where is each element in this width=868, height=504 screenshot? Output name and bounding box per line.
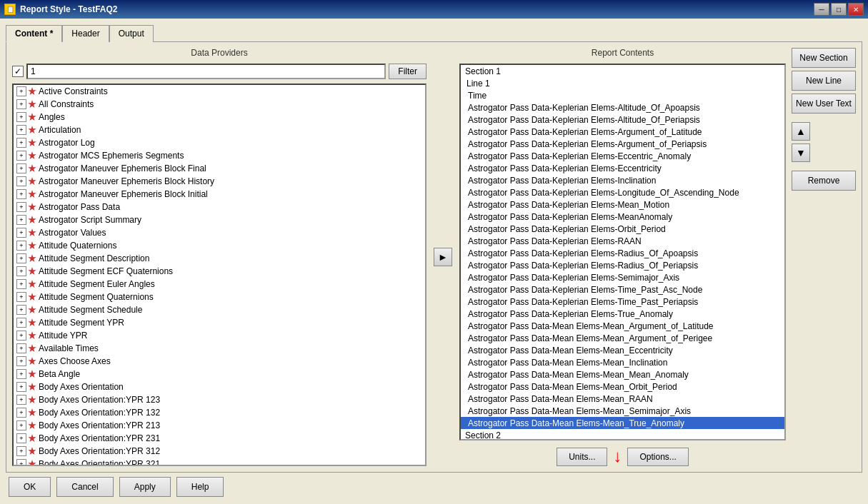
move-up-button[interactable]: ▲ [792, 122, 810, 141]
report-item[interactable]: Astrogator Pass Data-Mean Elems-Mean_Arg… [461, 320, 784, 332]
provider-item[interactable]: +Body Axes Orientation:YPR 213 [14, 419, 425, 432]
new-line-button[interactable]: New Line [792, 71, 856, 91]
options-button[interactable]: Options... [627, 448, 688, 466]
report-item[interactable]: Astrogator Pass Data-Keplerian Elems-Ecc… [461, 162, 784, 174]
tab-content[interactable]: Content * [6, 25, 62, 42]
report-contents-list[interactable]: Section 1Line 1TimeAstrogator Pass Data-… [459, 64, 786, 440]
provider-item[interactable]: +All Constraints [14, 98, 425, 111]
provider-item[interactable]: +Attitude Quaternions [14, 239, 425, 252]
provider-item[interactable]: +Axes Choose Axes [14, 355, 425, 368]
report-item[interactable]: Astrogator Pass Data-Keplerian Elems-Mea… [461, 198, 784, 211]
providers-list[interactable]: +Active Constraints+All Constraints+Angl… [12, 84, 426, 466]
provider-item[interactable]: +Body Axes Orientation:YPR 231 [14, 432, 425, 445]
provider-item[interactable]: +Beta Angle [14, 368, 425, 380]
add-button[interactable]: ► [434, 248, 452, 266]
provider-item[interactable]: +Body Axes Orientation:YPR 312 [14, 445, 425, 458]
provider-item[interactable]: +Attitude Segment YPR [14, 316, 425, 329]
filter-button[interactable]: Filter [389, 64, 426, 79]
apply-button[interactable]: Apply [119, 477, 171, 497]
report-item[interactable]: Astrogator Pass Data-Keplerian Elems-Orb… [461, 223, 784, 235]
move-down-button[interactable]: ▼ [792, 143, 810, 162]
help-button[interactable]: Help [176, 477, 224, 497]
provider-item[interactable]: +Attitude Segment Schedule [14, 303, 425, 316]
provider-item[interactable]: +Attitude Segment ECF Quaternions [14, 265, 425, 278]
report-item[interactable]: Astrogator Pass Data-Keplerian Elems-Rad… [461, 259, 784, 271]
report-item[interactable]: Astrogator Pass Data-Keplerian Elems-Arg… [461, 126, 784, 138]
provider-item[interactable]: +Astrogator Values [14, 226, 425, 239]
provider-item[interactable]: +Astrogator Pass Data [14, 201, 425, 213]
report-item[interactable]: Astrogator Pass Data-Keplerian Elems-Mea… [461, 211, 784, 223]
right-panel: Report Contents Section 1Line 1TimeAstro… [459, 48, 856, 466]
tab-header[interactable]: Header [62, 25, 109, 42]
report-item[interactable]: Astrogator Pass Data-Mean Elems-Mean_Mea… [461, 368, 784, 380]
provider-item[interactable]: +Active Constraints [14, 85, 425, 98]
tab-output[interactable]: Output [109, 25, 154, 42]
provider-item[interactable]: +Body Axes Orientation:YPR 321 [14, 458, 425, 466]
units-button[interactable]: Units... [557, 448, 607, 466]
report-item[interactable]: Astrogator Pass Data-Keplerian Elems-Lon… [461, 186, 784, 198]
report-item[interactable]: Astrogator Pass Data-Keplerian Elems-Alt… [461, 101, 784, 114]
provider-item[interactable]: +Attitude YPR [14, 329, 425, 342]
bottom-left-buttons: OK Cancel Apply Help [9, 477, 224, 497]
provider-item[interactable]: +Astrogator Script Summary [14, 213, 425, 226]
report-item[interactable]: Time [461, 89, 784, 101]
search-input[interactable] [26, 64, 386, 79]
report-item[interactable]: Astrogator Pass Data-Keplerian Elems-Rad… [461, 247, 784, 259]
provider-item[interactable]: +Astrogator Maneuver Ephemeris Block Fin… [14, 162, 425, 175]
report-item[interactable]: Astrogator Pass Data-Mean Elems-Mean_Arg… [461, 332, 784, 344]
provider-item[interactable]: +Astrogator Maneuver Ephemeris Block His… [14, 175, 425, 188]
main-container: Content * Header Output Data Providers ✓… [0, 19, 868, 504]
ok-button[interactable]: OK [9, 477, 51, 497]
content-area: Data Providers ✓ Filter +Active Constrai… [6, 41, 862, 473]
report-item[interactable]: Astrogator Pass Data-Keplerian Elems-Inc… [461, 174, 784, 186]
provider-item[interactable]: +Astrogator Maneuver Ephemeris Block Ini… [14, 188, 425, 201]
data-providers-panel: Data Providers ✓ Filter +Active Constrai… [12, 48, 426, 466]
maximize-button[interactable]: □ [831, 3, 847, 16]
remove-button[interactable]: Remove [792, 171, 856, 191]
window-title: Report Style - TestFAQ2 [20, 4, 117, 14]
report-item[interactable]: Astrogator Pass Data-Keplerian Elems-Tim… [461, 283, 784, 296]
report-item[interactable]: Astrogator Pass Data-Keplerian Elems-RAA… [461, 235, 784, 247]
search-checkbox[interactable]: ✓ [12, 66, 24, 77]
report-item[interactable]: Section 1 [461, 65, 784, 77]
report-item[interactable]: Astrogator Pass Data-Mean Elems-Mean_Inc… [461, 356, 784, 368]
bottom-row: OK Cancel Apply Help [3, 473, 865, 501]
provider-item[interactable]: +Attitude Segment Euler Angles [14, 278, 425, 291]
minimize-button[interactable]: ─ [814, 3, 829, 16]
report-item[interactable]: Astrogator Pass Data-Mean Elems-Mean_Ecc… [461, 344, 784, 356]
report-item[interactable]: Section 2 [461, 429, 784, 440]
provider-item[interactable]: +Astrogator Log [14, 136, 425, 149]
report-item[interactable]: Astrogator Pass Data-Keplerian Elems-Alt… [461, 114, 784, 126]
report-item[interactable]: Astrogator Pass Data-Keplerian Elems-Arg… [461, 138, 784, 150]
new-user-text-button[interactable]: New User Text [792, 94, 856, 114]
provider-item[interactable]: +Articulation [14, 124, 425, 136]
provider-item[interactable]: +Astrogator MCS Ephemeris Segments [14, 149, 425, 162]
report-item[interactable]: Astrogator Pass Data-Keplerian Elems-Tim… [461, 296, 784, 308]
cancel-button[interactable]: Cancel [56, 477, 113, 497]
report-item[interactable]: Astrogator Pass Data-Keplerian Elems-Tru… [461, 308, 784, 320]
tabs-row: Content * Header Output [3, 21, 865, 41]
title-bar: 📋 Report Style - TestFAQ2 ─ □ ✕ [0, 0, 868, 19]
report-item[interactable]: Astrogator Pass Data-Keplerian Elems-Ecc… [461, 150, 784, 162]
provider-item[interactable]: +Body Axes Orientation [14, 380, 425, 393]
report-item[interactable]: Astrogator Pass Data-Mean Elems-Mean_Orb… [461, 380, 784, 393]
provider-item[interactable]: +Attitude Segment Description [14, 252, 425, 265]
new-section-button[interactable]: New Section [792, 48, 856, 68]
report-item[interactable]: Line 1 [461, 77, 784, 89]
report-item[interactable]: Astrogator Pass Data-Mean Elems-Mean_RAA… [461, 393, 784, 405]
provider-item[interactable]: +Attitude Segment Quaternions [14, 291, 425, 303]
add-section: ► [432, 48, 454, 466]
app-icon: 📋 [4, 4, 16, 15]
provider-item[interactable]: +Angles [14, 111, 425, 124]
report-item[interactable]: Astrogator Pass Data-Mean Elems-Mean_Tru… [461, 417, 784, 429]
title-bar-left: 📋 Report Style - TestFAQ2 [4, 4, 117, 15]
report-item[interactable]: Astrogator Pass Data-Mean Elems-Mean_Sem… [461, 405, 784, 417]
provider-item[interactable]: +Body Axes Orientation:YPR 123 [14, 393, 425, 406]
provider-item[interactable]: +Available Times [14, 342, 425, 355]
provider-item[interactable]: +Body Axes Orientation:YPR 132 [14, 406, 425, 419]
report-item[interactable]: Astrogator Pass Data-Keplerian Elems-Sem… [461, 271, 784, 283]
search-row: ✓ Filter [12, 64, 426, 79]
close-button[interactable]: ✕ [848, 3, 864, 16]
scroll-arrow: ↓ [613, 448, 622, 466]
window-controls: ─ □ ✕ [814, 3, 864, 16]
